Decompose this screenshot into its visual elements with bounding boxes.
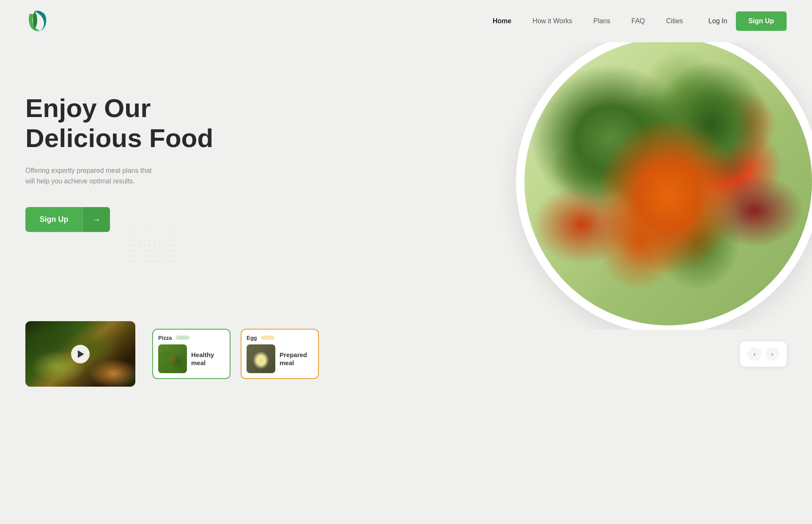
nav-actions: Log In Sign Up <box>708 11 787 31</box>
category-tag-pizza: Pizza <box>158 335 225 341</box>
next-arrow-button[interactable]: › <box>765 347 779 361</box>
prepared-meal-image <box>247 344 275 373</box>
video-thumbnail[interactable] <box>25 321 135 387</box>
egg-badge <box>261 336 274 340</box>
carousel-controls: ‹ › <box>740 341 787 367</box>
nav-item-plans[interactable]: Plans <box>593 17 610 25</box>
healthy-meal-label: Healthy meal <box>191 351 225 367</box>
nav-link-plans[interactable]: Plans <box>593 17 610 25</box>
hero-title: Enjoy Our Delicious Food <box>25 93 245 153</box>
nav-links: Home How it Works Plans FAQ Cities <box>493 17 683 25</box>
nav-link-faq[interactable]: FAQ <box>631 17 645 25</box>
hero-section: Enjoy Our Delicious Food Offering expert… <box>0 42 812 330</box>
nav-link-how-it-works[interactable]: How it Works <box>532 17 572 25</box>
hero-plate-container <box>508 42 812 330</box>
healthy-meal-image <box>158 344 187 373</box>
nav-link-home[interactable]: Home <box>493 17 511 25</box>
category-card-prepared[interactable]: Egg Prepared meal <box>241 329 319 379</box>
hero-subtitle: Offering expertly prepared meal plans th… <box>25 165 161 187</box>
signup-button-hero[interactable]: Sign Up → <box>25 207 110 232</box>
nav-item-home[interactable]: Home <box>493 17 511 25</box>
nav-item-how-it-works[interactable]: How it Works <box>532 17 572 25</box>
signup-hero-arrow: → <box>82 207 110 232</box>
navbar: Home How it Works Plans FAQ Cities Log I… <box>0 0 812 42</box>
pizza-badge <box>176 336 189 340</box>
plate-circle <box>516 42 812 330</box>
category-tag-egg: Egg <box>247 335 313 341</box>
category-cards: Pizza Healthy meal Egg Prepared meal <box>152 329 723 379</box>
nav-link-cities[interactable]: Cities <box>666 17 683 25</box>
prepared-meal-label: Prepared meal <box>280 351 313 367</box>
food-plate-image <box>524 42 812 325</box>
bottom-section: Pizza Healthy meal Egg Prepared meal ‹ › <box>0 321 812 404</box>
logo[interactable] <box>25 8 49 35</box>
category-card-healthy[interactable]: Pizza Healthy meal <box>152 329 230 379</box>
signup-button-nav[interactable]: Sign Up <box>736 11 787 31</box>
prepared-meal-content: Prepared meal <box>247 344 313 373</box>
signup-hero-label: Sign Up <box>25 207 82 232</box>
hero-content: Enjoy Our Delicious Food Offering expert… <box>25 59 245 330</box>
nav-item-faq[interactable]: FAQ <box>631 17 645 25</box>
hero-title-line2: Delicious Food <box>25 123 213 153</box>
nav-item-cities[interactable]: Cities <box>666 17 683 25</box>
login-button[interactable]: Log In <box>708 17 727 25</box>
logo-icon <box>25 8 49 35</box>
hero-title-line1: Enjoy Our <box>25 93 151 123</box>
prev-arrow-button[interactable]: ‹ <box>748 347 761 361</box>
healthy-meal-content: Healthy meal <box>158 344 225 373</box>
play-button[interactable] <box>71 345 90 363</box>
